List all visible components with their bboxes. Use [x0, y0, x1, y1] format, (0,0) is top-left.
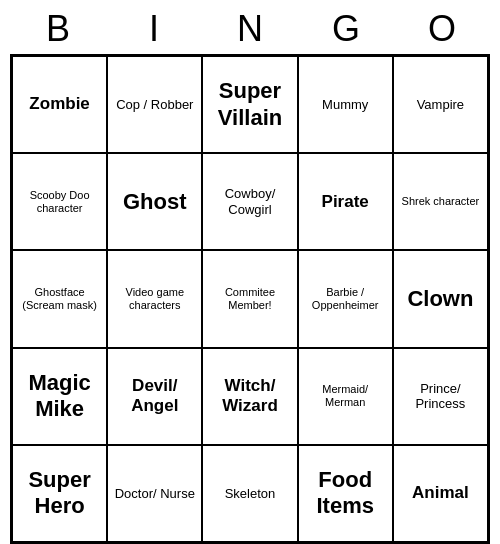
- cell-24: Animal: [393, 445, 488, 542]
- cell-11: Video game characters: [107, 250, 202, 347]
- cell-23: Food Items: [298, 445, 393, 542]
- header-letter-O: O: [398, 8, 486, 50]
- cell-7: Cowboy/ Cowgirl: [202, 153, 297, 250]
- cell-8: Pirate: [298, 153, 393, 250]
- cell-21: Doctor/ Nurse: [107, 445, 202, 542]
- header-letter-I: I: [110, 8, 198, 50]
- cell-6: Ghost: [107, 153, 202, 250]
- cell-12: Commitee Member!: [202, 250, 297, 347]
- header-letter-B: B: [14, 8, 102, 50]
- cell-0: Zombie: [12, 56, 107, 153]
- cell-4: Vampire: [393, 56, 488, 153]
- cell-2: Super Villain: [202, 56, 297, 153]
- cell-20: Super Hero: [12, 445, 107, 542]
- cell-18: Mermaid/ Merman: [298, 348, 393, 445]
- cell-10: Ghostface (Scream mask): [12, 250, 107, 347]
- header-letter-N: N: [206, 8, 294, 50]
- cell-3: Mummy: [298, 56, 393, 153]
- cell-13: Barbie / Oppenheimer: [298, 250, 393, 347]
- cell-14: Clown: [393, 250, 488, 347]
- cell-15: Magic Mike: [12, 348, 107, 445]
- header-letter-G: G: [302, 8, 390, 50]
- bingo-header: BINGO: [10, 0, 490, 54]
- bingo-grid: ZombieCop / RobberSuper VillainMummyVamp…: [10, 54, 490, 544]
- cell-22: Skeleton: [202, 445, 297, 542]
- cell-5: Scooby Doo character: [12, 153, 107, 250]
- cell-9: Shrek character: [393, 153, 488, 250]
- cell-16: Devil/ Angel: [107, 348, 202, 445]
- cell-1: Cop / Robber: [107, 56, 202, 153]
- cell-19: Prince/ Princess: [393, 348, 488, 445]
- cell-17: Witch/ Wizard: [202, 348, 297, 445]
